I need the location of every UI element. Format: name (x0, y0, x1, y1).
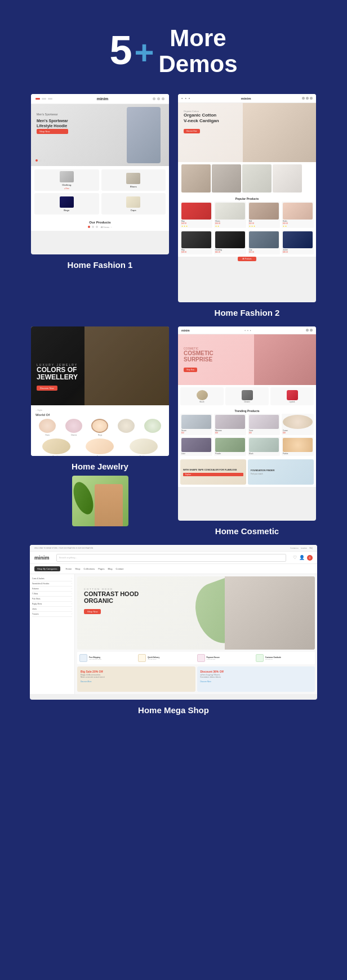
ms-hero-person-image (225, 576, 315, 650)
c-trend-product[interactable]: Serum $22 (180, 414, 212, 435)
demo-megashop[interactable]: WELCOME TO MINIM STORE, YOUR DESTINATION… (30, 545, 317, 715)
c-trend-product[interactable]: Mascara $18 (214, 414, 246, 435)
j-product-placeholder2[interactable] (140, 419, 164, 436)
ms-sidebar-polo[interactable]: Polo Shirts › (32, 597, 72, 602)
ms-sidebar-tshirts[interactable]: T-Shirts › (32, 592, 72, 597)
demo-cosmetic[interactable]: minim ● ● ● COSMETIC COSMETICSUR (178, 326, 316, 536)
ms-sidebar-trousers[interactable]: Trousers › (32, 612, 72, 617)
j-product-earrings[interactable]: Earrings (79, 438, 121, 456)
f2-product[interactable]: Handbag $45.00 (214, 230, 246, 254)
ms-banner2-link[interactable]: Discover More (201, 681, 312, 683)
f2-hero-image (243, 103, 316, 162)
demo-jewelry-group: LUXURY JEWELRY COLORS OFJEWELLERY Discov… (31, 326, 169, 536)
ms-nav-btn[interactable]: Shop By Categories (34, 566, 60, 571)
ms-welcome-text: WELCOME TO MINIM STORE, YOUR DESTINATION… (34, 547, 93, 549)
fashion2-label: Home Fashion 2 (215, 308, 280, 317)
c-logo: minim (181, 329, 190, 332)
hero-tagline: More Demos (159, 25, 238, 77)
ms-hero-shop-btn[interactable]: Shop Now (84, 609, 101, 614)
jewelry-screenshot: LUXURY JEWELRY COLORS OFJEWELLERY Discov… (31, 326, 169, 456)
ms-sidebar-sweatshirts[interactable]: Sweatshirts & Hoodies › (32, 581, 72, 587)
c-hero-title: COSMETICSURPRISE (184, 350, 213, 363)
demo-fashion-1[interactable]: minim Men's Sportwear Men's SportwearLif… (31, 94, 169, 317)
c-hero-btn: Shop Now (184, 368, 197, 372)
c-cat-lipstick[interactable]: Lipstick (270, 387, 314, 405)
demo-row-2: LUXURY JEWELRY COLORS OFJEWELLERY Discov… (11, 326, 336, 536)
megashop-label: Home Mega Shop (138, 705, 209, 715)
ms-search-bar[interactable]: Search anything... (56, 554, 286, 562)
cosmetic-label: Home Cosmetic (215, 526, 279, 536)
demo-row-1: minim Men's Sportwear Men's SportwearLif… (11, 94, 336, 317)
ms-nav-home[interactable]: Home (66, 567, 72, 570)
j-hero-title: COLORS OFJEWELLERY (37, 366, 78, 381)
ms-nav-blog[interactable]: Blog (108, 567, 113, 570)
ms-sidebar-coats[interactable]: Coats & Jackets › (32, 576, 72, 581)
c-trending-label: Trending Products (178, 408, 316, 414)
c-trend-product[interactable]: Liner (180, 437, 212, 456)
f2-popular-label: Popular Products (178, 195, 316, 202)
f2-product[interactable]: Bag $28.00 (180, 230, 212, 254)
f2-product[interactable]: Shoes $18.00 (214, 202, 246, 228)
c-trend-product[interactable]: Toner $16 (248, 414, 280, 435)
f1-logo: minim (97, 97, 109, 101)
fashion1-label: Home Fashion 1 (68, 260, 133, 270)
c-trend-product[interactable]: Palette (282, 437, 314, 456)
ms-nav-collections[interactable]: Collections (84, 567, 95, 570)
ms-nav-contact[interactable]: Contact (116, 567, 124, 570)
j-product-rings[interactable]: Rings (88, 419, 112, 436)
f1-cat-bags[interactable]: Bags (34, 193, 99, 214)
jewelry-thumbnail[interactable] (72, 476, 128, 526)
demo-row-3: WELCOME TO MINIM STORE, YOUR DESTINATION… (11, 545, 336, 715)
c-banner2-title: FOUNDATION FINDER (251, 469, 311, 472)
ms-sidebar-jeans[interactable]: Jeans › (32, 607, 72, 612)
ms-nav-shop[interactable]: Shop (75, 567, 80, 570)
megashop-screenshot: WELCOME TO MINIM STORE, YOUR DESTINATION… (30, 545, 317, 700)
ms-banner-shoes[interactable]: Discount 36% Off when buying Shoes Exerc… (197, 666, 315, 692)
demo-fashion-2[interactable]: ● ● ● minim Organic Cotton Organ (178, 94, 316, 317)
ms-feature-shipping: Free Shipping Minim commodo nostrud (79, 654, 136, 662)
c-banner1-title: WITH SHAPE TAPE CONCEALER FOR FLAWLESS (183, 468, 243, 471)
ms-logo: minim (34, 555, 50, 561)
hero-section: 5+ More Demos (0, 0, 347, 94)
fashion2-screenshot: ● ● ● minim Organic Cotton Organ (178, 94, 316, 302)
f1-hero-title: Men's SportwearLifestyle Hoodie (37, 118, 68, 128)
c-trend-product[interactable]: Blush (248, 437, 280, 456)
c-cat-brush[interactable]: Brush (180, 387, 224, 405)
c-cat-cleaner[interactable]: Cleaner (225, 387, 269, 405)
cosmetic-screenshot: minim ● ● ● COSMETIC COSMETICSUR (178, 326, 316, 521)
c-trend-product[interactable]: Powder (214, 437, 246, 456)
c-trend-product[interactable]: Cream $28 (282, 414, 314, 435)
f2-more-btn[interactable]: All Products (238, 257, 256, 261)
f1-cat-caps[interactable]: Caps (101, 193, 166, 214)
f2-product[interactable]: Bag $24.00 (180, 202, 212, 228)
f1-hero-sub: Men's Sportwear (37, 113, 68, 116)
f1-cat-shoes[interactable]: Shoes (101, 169, 166, 191)
j-product-placeholder[interactable] (114, 419, 139, 436)
j-product-necklaces[interactable]: Necklaces (123, 438, 164, 456)
ms-search-placeholder: Search anything... (59, 556, 77, 559)
f2-product[interactable]: Belt $12.00 (248, 202, 280, 228)
j-product-bracelets[interactable]: Bracelets (35, 438, 77, 456)
f1-cat-clothing[interactable]: Clothing ● New (34, 169, 99, 191)
ms-feature-customer: Customer Gratitude Duis aute irure (256, 654, 313, 662)
c-banner-2[interactable]: FOUNDATION FINDER Find your match (248, 459, 314, 485)
c-banner-1[interactable]: WITH SHAPE TAPE CONCEALER FOR FLAWLESS E… (180, 459, 246, 485)
j-hero-btn: Discover Now (37, 386, 57, 391)
f2-product[interactable]: Jacket $89.00 (282, 230, 314, 254)
c-banner1-btn: Explore (183, 473, 243, 476)
ms-nav-pages[interactable]: Pages (98, 567, 104, 570)
f2-product[interactable]: Cap $15.00 (248, 230, 280, 254)
ms-sidebar-rugby[interactable]: Rugby Shirts › (32, 602, 72, 607)
c-hero-image (254, 334, 316, 385)
ms-sidebar-knitwear[interactable]: Knitwear › (32, 587, 72, 592)
f2-hero-title: Organic CottonV-neck Cardigan (184, 113, 219, 123)
ms-feature-payment: Payment Secure Ut enim ad minim (197, 654, 254, 662)
j-product-charms[interactable]: Charms (62, 419, 86, 436)
ms-feature-delivery: Quick Delivery Nam liber tempor (138, 654, 195, 662)
j-product-nows[interactable]: Nows (35, 419, 60, 436)
ms-banner1-link[interactable]: Discover More (81, 681, 192, 683)
f1-hero-btn: Shop Now (37, 129, 68, 134)
f2-product[interactable]: Heels $32.00 (282, 202, 314, 228)
f1-hero-image (127, 107, 161, 163)
ms-banner-bags[interactable]: Big Sale 20% Off Bags & Accessories Mini… (77, 666, 195, 692)
